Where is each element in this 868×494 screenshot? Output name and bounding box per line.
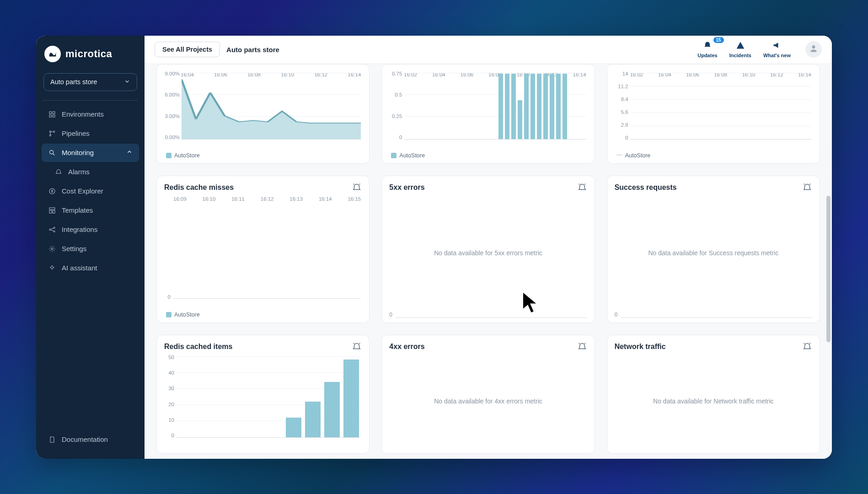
ytick: 3.00% [164, 113, 180, 119]
plot [182, 73, 361, 140]
y-axis-labels: 50 40 30 20 10 0 [164, 354, 174, 439]
ytick: 50 [164, 354, 174, 360]
ytick: 8.4 [615, 97, 628, 102]
nav: Environments Pipelines Monitoring Alarms… [40, 105, 141, 277]
plot [173, 197, 361, 299]
plot [630, 73, 811, 140]
line-icon: 〰 [616, 152, 622, 159]
create-alarm-button[interactable] [802, 183, 812, 193]
project-selector[interactable]: Auto parts store [43, 73, 137, 91]
create-alarm-button[interactable] [352, 183, 362, 193]
top-actions: 15 Updates Incidents What's new [697, 41, 822, 58]
legend: AutoStore [389, 152, 587, 159]
see-all-projects-button[interactable]: See All Projects [155, 42, 220, 57]
legend: AutoStore [164, 152, 362, 159]
updates-badge: 15 [713, 37, 724, 43]
sidebar-item-ai-assistant[interactable]: AI assistant [42, 259, 139, 277]
svg-rect-9 [49, 208, 55, 209]
create-alarm-button[interactable] [352, 342, 362, 352]
legend-swatch [391, 153, 396, 158]
sidebar-item-label: Alarms [68, 168, 90, 176]
card-title: Redis cached items [164, 343, 232, 351]
sidebar-item-monitoring[interactable]: Monitoring [42, 144, 139, 162]
ytick: 0.75 [389, 71, 402, 76]
top-action-label: Updates [697, 53, 717, 58]
templates-icon [48, 206, 56, 215]
app-window: microtica Auto parts store Environments … [36, 36, 832, 459]
updates-button[interactable]: 15 Updates [697, 41, 717, 58]
chart-area: 9.00% 6.00% 3.00% 0.00% [164, 71, 362, 150]
sidebar-item-label: Monitoring [62, 149, 94, 156]
breadcrumb-current: Auto parts store [226, 46, 279, 54]
whats-new-button[interactable]: What's new [763, 41, 791, 58]
sidebar-footer: Documentation [40, 430, 141, 451]
dollar-icon [48, 187, 56, 195]
legend-label: AutoStore [625, 152, 651, 159]
create-alarm-button[interactable] [802, 342, 812, 352]
ytick: 0 [164, 294, 171, 300]
legend: 〰AutoStore [615, 152, 812, 159]
create-alarm-button[interactable] [577, 342, 587, 352]
chart-grid: 9.00% 6.00% 3.00% 0.00% [156, 64, 820, 454]
warning-icon [736, 41, 745, 52]
chart-card-success-requests: Success requests No data available for S… [607, 176, 820, 323]
chart-card-4xx-errors: 4xx errors No data available for 4xx err… [381, 335, 595, 454]
ytick: 10 [164, 417, 174, 423]
no-data-message: No data available for 5xx errors metric [389, 195, 587, 311]
svg-rect-10 [49, 210, 52, 213]
logo[interactable]: microtica [40, 44, 141, 70]
incidents-button[interactable]: Incidents [729, 41, 751, 58]
user-avatar[interactable] [805, 41, 822, 58]
chart-card-top-3: 14 11.2 8.4 5.6 2.8 0 16:02 16:04 [607, 64, 820, 164]
ytick: 30 [164, 386, 174, 391]
legend-swatch [166, 312, 171, 317]
ytick: 6.00% [164, 92, 180, 97]
chart-area: 14 11.2 8.4 5.6 2.8 0 16:02 16:04 [615, 71, 812, 150]
logo-mark-icon [44, 46, 61, 62]
chart-card-top-2: 0.75 0.5 0.25 0 [381, 64, 595, 164]
sparkle-icon [48, 264, 56, 272]
sidebar-item-cost-explorer[interactable]: Cost Explorer [42, 182, 139, 200]
logo-text: microtica [65, 48, 112, 60]
sidebar-item-templates[interactable]: Templates [42, 201, 139, 220]
sidebar-item-alarms[interactable]: Alarms [42, 163, 139, 181]
grid-icon [48, 110, 56, 118]
create-alarm-button[interactable] [577, 183, 587, 193]
ytick: 0 [615, 311, 618, 318]
chart-area: 0.75 0.5 0.25 0 [389, 71, 587, 150]
sidebar-item-settings[interactable]: Settings [42, 240, 139, 258]
sidebar-item-environments[interactable]: Environments [42, 105, 139, 124]
card-title: 5xx errors [389, 183, 424, 192]
sidebar-item-pipelines[interactable]: Pipelines [42, 124, 139, 143]
content-scroller[interactable]: 9.00% 6.00% 3.00% 0.00% [145, 64, 832, 459]
main: See All Projects Auto parts store 15 Upd… [145, 36, 832, 459]
area-chart-svg [182, 73, 361, 139]
svg-rect-3 [53, 115, 55, 117]
top-action-label: What's new [763, 53, 791, 58]
ytick: 0 [615, 135, 628, 140]
megaphone-icon [772, 41, 782, 52]
svg-point-16 [812, 45, 815, 48]
sidebar-item-label: Pipelines [62, 129, 90, 137]
chevron-up-icon [126, 149, 133, 156]
sidebar-item-label: Integrations [62, 226, 97, 233]
legend-label: AutoStore [174, 311, 200, 318]
ytick: 5.6 [615, 109, 628, 115]
bars [404, 73, 586, 139]
ytick: 40 [164, 370, 174, 376]
svg-point-12 [49, 229, 51, 230]
no-data-message: No data available for Network traffic me… [615, 354, 812, 449]
y-axis-labels: 0 [164, 195, 171, 300]
sidebar: microtica Auto parts store Environments … [36, 36, 145, 459]
svg-point-4 [49, 131, 51, 132]
sidebar-item-integrations[interactable]: Integrations [42, 220, 139, 239]
y-axis-labels: 14 11.2 8.4 5.6 2.8 0 [615, 71, 628, 140]
scrollbar-thumb[interactable] [826, 196, 830, 342]
sidebar-item-documentation[interactable]: Documentation [42, 430, 139, 449]
sidebar-item-label: AI assistant [62, 264, 97, 272]
svg-rect-2 [49, 115, 52, 117]
svg-point-15 [51, 248, 53, 250]
chart-card-redis-misses: Redis cache misses 0 16:09 16:10 16:11 1… [156, 176, 370, 323]
ytick: 9.00% [164, 71, 180, 76]
card-title: Success requests [615, 183, 677, 192]
